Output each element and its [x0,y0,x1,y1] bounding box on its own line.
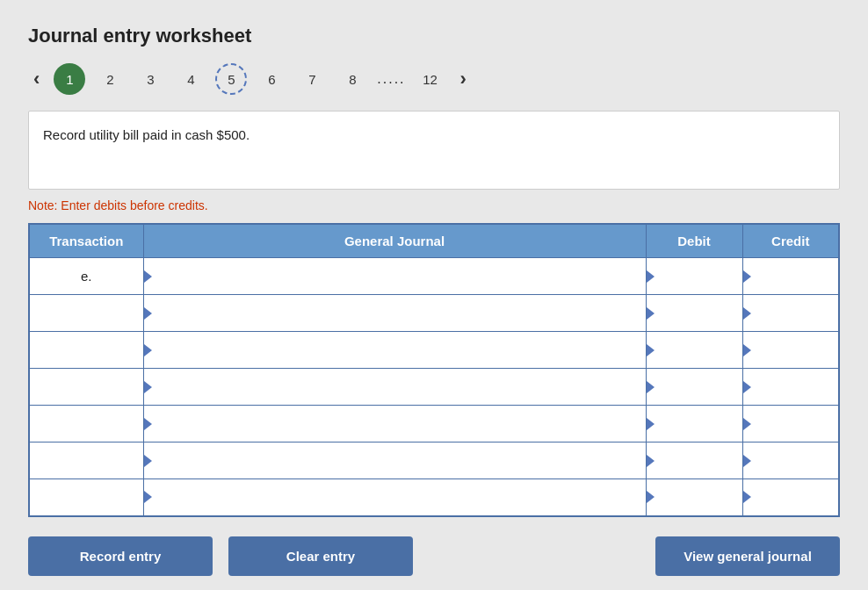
cell-debit[interactable] [646,479,742,516]
page-1[interactable]: 1 [54,63,85,95]
table-body: e. [29,258,839,516]
cell-credit[interactable] [742,258,839,295]
table-row [29,295,839,332]
arrow-icon [647,418,655,430]
arrow-icon [144,491,152,503]
page-2[interactable]: 2 [94,63,126,95]
record-entry-button[interactable]: Record entry [28,536,213,576]
th-credit: Credit [742,224,839,258]
journal-table: Transaction General Journal Debit Credit… [28,223,840,517]
general-journal-input[interactable] [149,488,640,506]
clear-entry-button[interactable]: Clear entry [228,536,413,576]
dots: ..... [377,71,405,87]
note-text: Note: Enter debits before credits. [28,198,840,212]
credit-input[interactable] [749,342,834,359]
arrow-icon [144,381,152,393]
general-journal-input[interactable] [149,342,640,359]
cell-general-journal[interactable] [143,295,646,332]
general-journal-input[interactable] [149,378,640,396]
page-12[interactable]: 12 [415,63,446,95]
cell-debit[interactable] [646,406,742,442]
cell-transaction [29,479,143,516]
arrow-icon [144,344,152,356]
arrow-icon [647,270,655,283]
cell-general-journal[interactable] [143,479,646,516]
arrow-icon [144,418,152,430]
description-box: Record utility bill paid in cash $500. [28,111,840,190]
th-transaction: Transaction [29,224,143,258]
table-row: e. [29,258,839,295]
th-general-journal: General Journal [143,224,646,258]
credit-input[interactable] [749,378,834,396]
arrow-icon [647,344,655,356]
debit-input[interactable] [652,378,737,396]
arrow-icon [647,491,655,503]
prev-button[interactable]: ‹ [28,66,45,92]
cell-credit[interactable] [742,332,839,369]
debit-input[interactable] [652,268,737,285]
table-row [29,332,839,369]
page-title: Journal entry worksheet [28,25,840,47]
page-7[interactable]: 7 [296,63,328,95]
cell-credit[interactable] [742,442,839,479]
cell-credit[interactable] [742,369,839,406]
page-3[interactable]: 3 [134,63,166,95]
next-button[interactable]: › [455,66,472,92]
arrow-icon [743,344,751,356]
arrow-icon [647,455,655,467]
table-row [29,442,839,479]
view-general-journal-button[interactable]: View general journal [655,536,840,576]
debit-input[interactable] [652,488,737,506]
description-text: Record utility bill paid in cash $500. [43,127,250,142]
debit-input[interactable] [652,342,737,359]
arrow-icon [743,491,751,503]
general-journal-input[interactable] [149,305,640,322]
cell-transaction [29,406,143,442]
page-6[interactable]: 6 [256,63,287,95]
arrow-icon [743,381,751,393]
debit-input[interactable] [652,305,737,322]
cell-debit[interactable] [646,332,742,369]
arrow-icon [647,307,655,320]
cell-credit[interactable] [742,479,839,516]
credit-input[interactable] [749,452,834,470]
cell-general-journal[interactable] [143,332,646,369]
debit-input[interactable] [652,452,737,470]
table-header-row: Transaction General Journal Debit Credit [29,224,839,258]
page-wrapper: Journal entry worksheet ‹ 1 2 3 4 5 6 7 … [0,0,868,590]
table-row [29,479,839,516]
cell-transaction [29,295,143,332]
cell-debit[interactable] [646,295,742,332]
cell-debit[interactable] [646,442,742,479]
page-8[interactable]: 8 [336,63,368,95]
cell-general-journal[interactable] [143,369,646,406]
credit-input[interactable] [749,305,834,322]
arrow-icon [743,270,751,283]
general-journal-input[interactable] [149,415,640,433]
credit-input[interactable] [749,488,834,506]
general-journal-input[interactable] [149,452,640,470]
general-journal-input[interactable] [149,268,640,285]
cell-general-journal[interactable] [143,406,646,442]
arrow-icon [647,381,655,393]
cell-debit[interactable] [646,369,742,406]
arrow-icon [144,307,152,320]
cell-debit[interactable] [646,258,742,295]
page-5[interactable]: 5 [215,63,247,95]
arrow-icon [743,418,751,430]
cell-general-journal[interactable] [143,442,646,479]
credit-input[interactable] [749,268,834,285]
page-4[interactable]: 4 [175,63,206,95]
table-row [29,369,839,406]
cell-general-journal[interactable] [143,258,646,295]
cell-credit[interactable] [742,295,839,332]
th-debit: Debit [646,224,742,258]
arrow-icon [743,307,751,320]
arrow-icon [144,455,152,467]
arrow-icon [144,270,152,283]
credit-input[interactable] [749,415,834,433]
cell-credit[interactable] [742,406,839,442]
debit-input[interactable] [652,415,737,433]
cell-transaction [29,332,143,369]
buttons-row: Record entry Clear entry View general jo… [28,536,840,576]
